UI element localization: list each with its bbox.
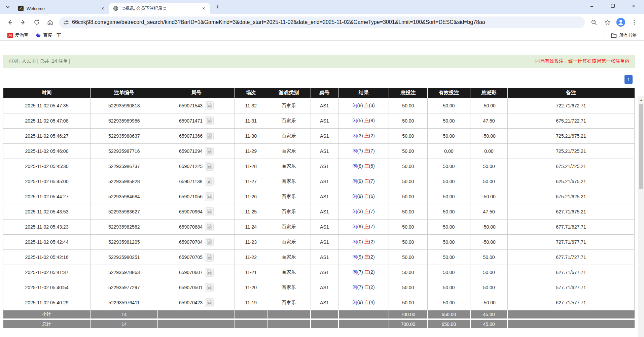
cell-bet-id: 522935984684 [90,189,158,204]
video-replay-button[interactable] [205,268,214,277]
cell-total-bet[interactable]: 50.00 [389,113,427,128]
zoom-button[interactable] [587,16,600,29]
cell-remark: 677.71/627.71 [507,219,634,234]
page-number-button[interactable]: 1 [624,75,633,84]
result-banker-score: (8) [369,118,375,123]
cell-total-bet[interactable]: 50.00 [389,295,427,310]
video-replay-button[interactable] [205,223,214,231]
bookmark-taobao[interactable]: 淘 爱淘宝 [5,31,31,39]
cell-payout: 50.00 [470,159,508,174]
video-replay-button[interactable] [205,177,214,186]
tab-close-icon[interactable]: × [201,5,207,11]
cell-valid-bet: 50.00 [427,280,470,295]
cell-total-bet[interactable]: 50.00 [389,249,427,265]
cell-game-type: 百家乐 [267,204,311,219]
video-replay-button[interactable] [205,238,214,246]
cell-session: 11-31 [235,113,267,128]
cell-valid-bet: 50.00 [427,159,470,174]
cell-round-id: 659071138 [158,174,235,189]
cell-result: 闲(3) 庄(2) [338,128,389,143]
cell-total-bet[interactable]: 50.00 [389,159,427,174]
result-player-label: 闲 [353,254,357,260]
round-id-text: 659070705 [179,255,203,260]
site-info-button[interactable] [61,18,71,27]
column-header: 桌号 [311,88,338,98]
cell-result: 闲(8) 庄(6) [338,159,389,174]
cell-total-bet[interactable]: 50.00 [389,204,427,219]
video-replay-button[interactable] [205,147,214,156]
video-replay-button[interactable] [205,207,214,216]
footer-empty [311,319,338,328]
avatar [616,18,625,27]
video-replay-icon [207,284,212,290]
cell-session: 11-27 [235,174,267,189]
video-replay-button[interactable] [205,283,214,292]
cell-game-type: 百家乐 [267,128,311,143]
cell-game-type: 百家乐 [267,159,311,174]
result-player-label: 闲 [353,209,357,214]
video-replay-button[interactable] [205,253,214,262]
all-bookmarks-button[interactable]: 所有书签 [608,31,639,39]
round-id-wrap: 659071366 [179,132,214,140]
scroll-up-arrow-icon[interactable]: ▲ [638,97,644,103]
tab-search-button[interactable] [3,2,13,12]
home-button[interactable] [44,16,57,29]
tab-bet-records[interactable]: :::视讯, 会员下注纪录::: × [109,3,210,14]
url-bar[interactable]: 66cxkj98.com/game/betrecord_search/kind3… [59,16,585,28]
cell-session: 11-26 [235,189,267,204]
result-banker-score: (7) [369,178,375,184]
cell-payout: 50.00 [470,280,508,295]
cell-remark: 727.71/677.71 [507,234,634,249]
vertical-scrollbar[interactable]: ▲ ▼ [638,96,644,337]
close-window-button[interactable]: × [623,0,644,11]
footer-empty [235,319,267,328]
cell-table-id: AS1 [311,295,338,310]
cell-total-bet[interactable]: 50.00 [389,143,427,159]
maximize-button[interactable] [602,0,623,11]
cell-game-type: 百家乐 [267,280,311,295]
cell-total-bet[interactable]: 50.00 [389,174,427,189]
new-tab-button[interactable]: + [213,2,222,12]
video-replay-button[interactable] [205,162,214,171]
cell-total-bet[interactable]: 50.00 [389,128,427,143]
bookmark-button[interactable] [601,16,614,29]
cell-valid-bet: 50.00 [427,113,470,128]
round-id-text: 659071366 [179,133,203,139]
cell-total-bet[interactable]: 50.00 [389,265,427,280]
tab-close-icon[interactable]: × [100,5,106,11]
back-button[interactable] [3,16,16,29]
tab-welcome[interactable]: Welcome × [14,3,109,14]
scrollbar-thumb[interactable] [639,104,643,189]
menu-button[interactable] [628,16,641,29]
minimize-button[interactable]: – [581,0,602,11]
cell-total-bet[interactable]: 50.00 [389,98,427,113]
bookmark-baidu[interactable]: 百度一下 [33,31,64,39]
forward-button[interactable] [17,16,30,29]
bet-row: 2025-11-02 05:46:00522935987716659071294… [3,143,635,159]
video-replay-icon [207,178,212,184]
maximize-icon [611,4,615,8]
cell-total-bet[interactable]: 50.00 [389,234,427,249]
round-id-text: 659070501 [179,285,203,290]
cell-table-id: AS1 [311,128,338,143]
cell-game-type: 百家乐 [267,113,311,128]
cell-total-bet[interactable]: 50.00 [389,219,427,234]
video-replay-button[interactable] [205,116,214,125]
result-player-score: (9) [357,194,364,199]
profile-button[interactable] [614,16,627,29]
video-replay-button[interactable] [205,298,214,307]
cell-bet-id: 522935981205 [90,234,158,249]
url-text[interactable]: 66cxkj98.com/game/betrecord_search/kind3… [72,19,583,25]
cell-bet-id: 522935982562 [90,219,158,234]
video-replay-button[interactable] [205,132,214,140]
cell-table-id: AS1 [311,280,338,295]
cell-total-bet[interactable]: 50.00 [389,280,427,295]
reload-button[interactable] [30,16,43,29]
cell-game-type: 百家乐 [267,295,311,310]
round-id-wrap: 659071225 [179,162,214,171]
cell-time: 2025-11-02 05:42:44 [3,234,91,249]
video-replay-button[interactable] [205,192,214,201]
video-replay-button[interactable] [205,101,214,110]
bet-row: 2025-11-02 05:42:16522935980251659070705… [3,249,635,265]
cell-total-bet[interactable]: 50.00 [389,189,427,204]
